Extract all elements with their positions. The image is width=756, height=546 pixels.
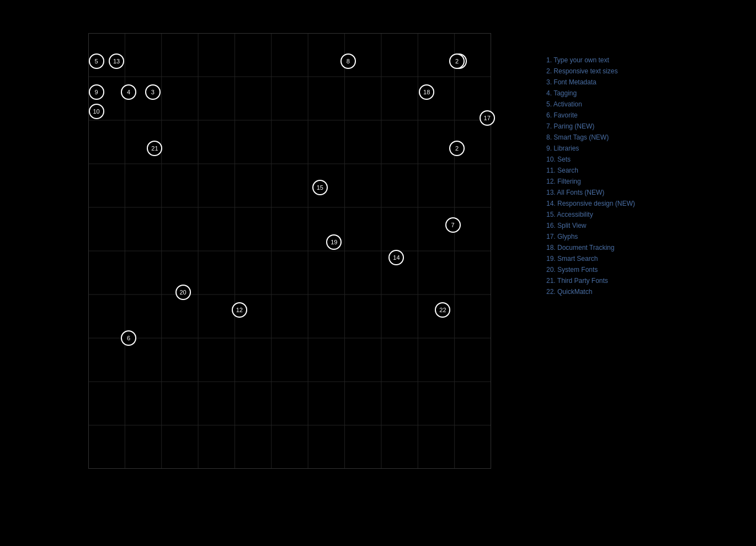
legend-item-12: 12. Filtering (546, 176, 635, 186)
legend-item-10: 10. Sets (546, 154, 635, 164)
legend-item-21: 21. Third Party Fonts (546, 276, 635, 286)
legend-item-7: 7. Paring (NEW) (546, 121, 635, 131)
legend-item-13: 13. All Fonts (NEW) (546, 188, 635, 197)
legend-item-4: 4. Tagging (546, 88, 635, 98)
data-point-8: 8 (340, 53, 356, 69)
legend-item-6: 6. Favorite (546, 110, 635, 120)
data-point-22: 22 (435, 302, 450, 318)
chart-container: 12851391043181721215719142012226 1. Type… (0, 0, 756, 546)
data-point-17: 17 (480, 110, 495, 126)
legend-item-16: 16. Split View (546, 221, 635, 231)
data-point-18: 18 (419, 84, 434, 100)
data-point-19: 19 (326, 234, 342, 250)
legend-item-14: 14. Responsive design (NEW) (546, 199, 635, 208)
data-point-13: 13 (109, 53, 124, 69)
legend-item-8: 8. Smart Tags (NEW) (546, 132, 635, 142)
legend-item-2: 2. Responsive text sizes (546, 66, 635, 76)
data-point-2: 2 (449, 53, 465, 69)
data-point-2b: 2 (449, 141, 465, 156)
legend-item-22: 22. QuickMatch (546, 287, 635, 297)
data-point-3: 3 (145, 84, 161, 100)
data-point-21: 21 (147, 141, 162, 156)
legend-item-5: 5. Activation (546, 99, 635, 109)
data-point-4: 4 (121, 84, 136, 100)
legend-item-11: 11. Search (546, 165, 635, 175)
legend-item-17: 17. Glyphs (546, 232, 635, 242)
data-point-15: 15 (312, 180, 328, 195)
legend-item-1: 1. Type your own text (546, 55, 635, 65)
data-point-12: 12 (232, 302, 247, 318)
legend-item-18: 18. Document Tracking (546, 243, 635, 253)
data-point-5: 5 (89, 53, 104, 69)
data-point-14: 14 (388, 250, 404, 265)
data-point-10: 10 (89, 104, 104, 119)
legend-item-9: 9. Libraries (546, 143, 635, 153)
legend-item-15: 15. Accessibility (546, 210, 635, 220)
data-point-6: 6 (121, 330, 136, 346)
data-point-9: 9 (89, 84, 104, 100)
legend-item-20: 20. System Fonts (546, 265, 635, 275)
legend: 1. Type your own text2. Responsive text … (546, 55, 635, 297)
data-point-20: 20 (175, 285, 191, 300)
data-point-7: 7 (445, 217, 461, 233)
legend-item-19: 19. Smart Search (546, 254, 635, 264)
legend-item-3: 3. Font Metadata (546, 77, 635, 87)
